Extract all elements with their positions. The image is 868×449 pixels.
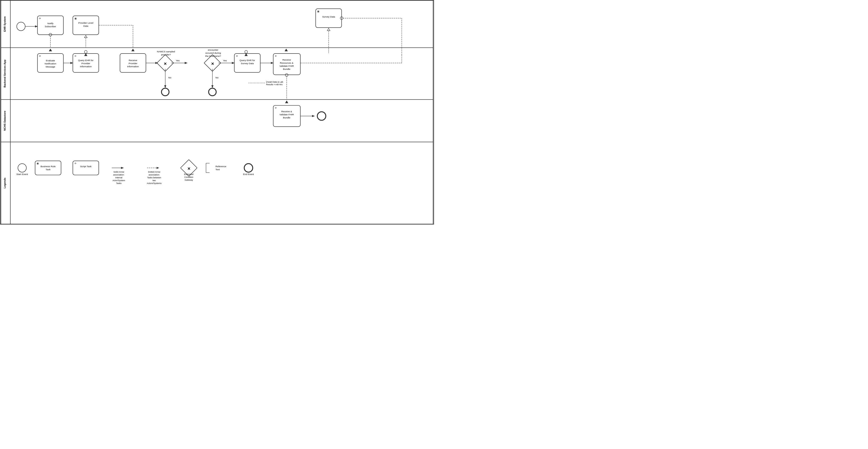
legend-end-event-label: End Event xyxy=(243,173,254,176)
legend-solid-arrow-label: Solid Arrow xyxy=(114,171,124,173)
yes-label-namcs: Yes xyxy=(176,59,180,62)
await-data-label2: Results <=48 Hrs xyxy=(266,83,283,86)
legend-dotted-arrow-label: Dotted Arrow xyxy=(148,171,160,173)
svg-rect-0 xyxy=(1,0,433,224)
receive-resources-label: Receive xyxy=(282,59,291,61)
notify-subscriber-task xyxy=(37,16,63,35)
svg-point-35 xyxy=(245,51,248,53)
lane-label-backend: Backend Services App xyxy=(3,60,6,88)
evaluate-notification-label: Evaluate xyxy=(46,59,55,62)
receive-provider-label2: Provider xyxy=(129,62,137,65)
svg-rect-28 xyxy=(157,55,174,71)
receive-resources-task xyxy=(273,54,301,75)
legend-start-event xyxy=(18,163,27,172)
legend-ref-text-label: Reference xyxy=(215,165,226,168)
gateway-encounter-label: ✕ xyxy=(211,62,214,66)
lane-label-ehr: EHR System xyxy=(3,16,6,32)
svg-text:⟳: ⟳ xyxy=(236,55,238,57)
notify-subscriber-label2: Subscriber xyxy=(45,25,56,28)
receive-resources-label2: Resources & xyxy=(280,62,293,64)
provider-level-data-label: Provider Level xyxy=(79,22,94,24)
legend-dotted-arrow-label3: Tasks between xyxy=(147,176,161,179)
query-ehr-survey-label: Query EHR for xyxy=(240,59,255,62)
provider-level-data-task xyxy=(73,16,99,35)
svg-text:⟳: ⟳ xyxy=(275,55,277,57)
svg-text:▦: ▦ xyxy=(317,10,319,12)
legend-start-event-label: Start Event xyxy=(16,173,28,176)
legend-solid-arrow-label2: association: xyxy=(113,174,124,176)
lane-label-legends: Legends xyxy=(3,178,6,188)
legend-dotted-arrow-label4: two xyxy=(153,179,156,182)
notify-subscriber-label: Notify xyxy=(48,22,53,25)
legend-solid-arrow-label5: Tasks xyxy=(116,182,121,184)
legend-solid-arrow-label4: Actor/System xyxy=(113,179,125,182)
svg-text:⟳: ⟳ xyxy=(39,55,41,57)
svg-marker-40 xyxy=(285,49,288,51)
legend-solid-arrow-label3: Internal xyxy=(115,176,122,179)
query-ehr-provider-label3: Information xyxy=(80,65,92,68)
receive-provider-info-task xyxy=(120,54,146,72)
receive-validate-label3: Bundle xyxy=(283,116,290,119)
query-ehr-provider-label2: Provider xyxy=(82,62,90,65)
legend-gateway-label: Exclusive/ xyxy=(184,173,194,176)
legend-gateway-label3: Gateway xyxy=(185,179,193,181)
receive-validate-label: Receive & xyxy=(281,110,292,113)
receive-provider-label3: Information xyxy=(127,65,139,68)
await-data-label: [Await Data & Lab xyxy=(266,81,283,83)
query-ehr-provider-label: Query EHR for xyxy=(78,59,94,62)
yes-label-encounter: Yes xyxy=(223,59,227,62)
namcs-question-label2: provider? xyxy=(161,53,171,56)
survey-data-label: Survey Data xyxy=(322,16,335,18)
encounter-question-label2: occured during xyxy=(205,52,221,54)
bpmn-diagram: EHR System Backend Services App NCHS Dat… xyxy=(0,0,434,224)
query-ehr-survey-task xyxy=(235,54,260,72)
svg-text:▦: ▦ xyxy=(74,17,77,20)
lane-label-nchs: NCHS Datastore xyxy=(3,111,6,131)
evaluate-notification-label3: Message xyxy=(46,65,55,68)
svg-marker-10 xyxy=(84,35,87,38)
receive-resources-label3: Validate FHIR xyxy=(279,65,294,67)
legend-gateway-icon: ✕ xyxy=(187,167,190,171)
survey-data-task xyxy=(316,9,342,28)
end-event-encounter xyxy=(209,88,216,96)
legend-ref-text-label2: Text xyxy=(215,168,220,171)
start-event-ehr xyxy=(17,22,25,31)
query-ehr-survey-label2: Survey Data xyxy=(241,62,254,65)
svg-rect-31 xyxy=(204,55,221,71)
receive-validate-task xyxy=(273,106,301,127)
no-label-namcs: No xyxy=(168,76,172,79)
svg-text:⟳: ⟳ xyxy=(39,17,41,20)
evaluate-notification-task xyxy=(37,54,63,72)
svg-marker-18 xyxy=(327,28,330,31)
no-label-encounter: No xyxy=(215,76,219,79)
svg-point-42 xyxy=(285,73,288,77)
svg-marker-26 xyxy=(132,49,134,51)
svg-marker-20 xyxy=(49,49,52,51)
provider-level-data-label2: Data xyxy=(83,25,88,27)
gateway-namcs-label: ✕ xyxy=(164,62,167,66)
svg-text:⟳: ⟳ xyxy=(74,162,76,164)
legend-gateway-label2: Condition xyxy=(184,176,193,178)
svg-marker-46 xyxy=(285,101,288,103)
svg-text:▦: ▦ xyxy=(37,162,39,164)
receive-provider-label: Receive xyxy=(129,59,137,62)
svg-text:⟳: ⟳ xyxy=(275,107,277,109)
encounter-question-label3: the timeframe? xyxy=(205,55,221,57)
legend-business-rule-label2: Task xyxy=(46,168,51,171)
legend-business-rule xyxy=(35,161,61,175)
svg-point-7 xyxy=(49,33,52,36)
evaluate-notification-label2: Notification xyxy=(44,62,56,65)
legend-business-rule-label: Business Rule xyxy=(40,165,56,168)
receive-validate-label2: Validate FHIR xyxy=(279,113,294,116)
legend-script-task-label: Script Task xyxy=(80,165,91,168)
svg-point-23 xyxy=(84,51,87,53)
legend-dotted-arrow-label2: association: xyxy=(149,174,160,176)
encounter-question-label: encounter xyxy=(208,49,219,51)
svg-marker-24 xyxy=(84,54,87,56)
end-event-namcs xyxy=(161,88,169,96)
svg-marker-36 xyxy=(245,54,248,56)
query-ehr-provider-task xyxy=(73,54,99,72)
namcs-question-label: NAMCS sampled xyxy=(157,50,175,53)
end-event-final xyxy=(317,112,326,120)
receive-resources-label4: Bundle xyxy=(283,68,290,70)
